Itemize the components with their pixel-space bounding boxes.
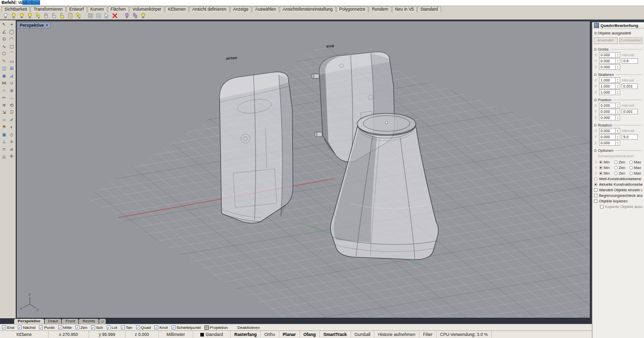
tool-polygon-icon[interactable]: ⬠ [1, 51, 8, 58]
units-pane[interactable]: Millimeter [159, 331, 193, 338]
tool-render-icon[interactable]: ▣ [1, 132, 8, 139]
menu-tab[interactable]: Ansichtsfenstereinstellung [280, 6, 336, 12]
layer-visibility-swap-icon[interactable] [131, 12, 139, 19]
menu-tab[interactable]: KEbenen [165, 6, 189, 12]
collapse-icon[interactable]: ⊟ [594, 98, 597, 102]
tool-annotate-icon[interactable]: ✎ [1, 58, 8, 65]
tool-fillet-icon[interactable]: ⌓ [8, 95, 15, 102]
pivot-max-radio[interactable]: Max [629, 160, 643, 164]
tool-rotate-icon[interactable]: ⟲ [8, 102, 15, 109]
pivot-min-radio[interactable]: Min [599, 165, 613, 170]
menu-tab[interactable]: Anzeige [230, 6, 252, 12]
status-toggle-pane[interactable]: Ortho [261, 331, 279, 338]
delete-hidden-icon[interactable] [111, 12, 118, 19]
projection-toggle[interactable]: Projektion [204, 325, 228, 330]
transform-individually-checkbox[interactable]: Wandelt Objekte einzeln um [594, 187, 642, 192]
show-swap-icon[interactable] [34, 12, 41, 19]
layer-on-icon[interactable] [139, 12, 147, 19]
spinner-buttons[interactable]: ▴▾ [615, 59, 620, 63]
menu-tab[interactable]: Neu in V5 [392, 6, 417, 12]
object-housing-left[interactable] [220, 72, 293, 223]
spinner-buttons[interactable]: ▴▾ [615, 109, 620, 114]
tool-difference-icon[interactable]: ⊗ [8, 88, 15, 95]
tool-box-icon[interactable]: ⊞ [8, 65, 15, 72]
tool-check-icon[interactable]: ✔ [8, 117, 15, 124]
size-y-input[interactable]: 0.000▴▾ [599, 58, 620, 64]
checkbox-icon[interactable] [18, 325, 22, 329]
pivot-zen-radio[interactable]: Zen [614, 165, 628, 170]
osnap-toggle[interactable]: Zen [75, 325, 88, 330]
spinner-buttons[interactable]: ▴▾ [615, 78, 620, 82]
rotation-interval-input[interactable]: 5.0 [622, 134, 638, 140]
lock-objects-icon[interactable] [42, 12, 50, 19]
show-bounding-box-checkbox[interactable]: Begrenzungsrechteck anzeigen [594, 193, 642, 198]
tool-rectangle-icon[interactable]: ▢ [8, 44, 15, 51]
osnap-toggle[interactable]: Lot [107, 325, 117, 330]
hide-objects-icon[interactable] [2, 12, 9, 19]
size-z-input[interactable]: 0.000▴▾ [599, 64, 620, 70]
checkbox-icon[interactable] [75, 325, 79, 329]
tool-scale-icon[interactable]: ⇲ [1, 109, 8, 116]
menu-tab[interactable]: Ansicht definieren [189, 6, 230, 12]
menu-tab[interactable]: Sichtbarkeit [2, 6, 30, 12]
collapse-icon[interactable]: ⊟ [594, 123, 597, 128]
tool-plane-icon[interactable]: ▭ [8, 58, 15, 65]
checkbox-icon[interactable] [39, 325, 43, 329]
tool-sphere-icon[interactable]: ◉ [1, 73, 8, 80]
tool-intersect-icon[interactable]: ∩ [1, 88, 8, 95]
scale-x-input[interactable]: 1.000▴▾ [599, 77, 620, 83]
pivot-zen-radio[interactable]: Zen [614, 160, 628, 164]
rotation-z-input[interactable]: 0.000▴▾ [599, 140, 620, 146]
collapse-icon[interactable]: ⊟ [594, 48, 597, 52]
unisolate-icon[interactable] [95, 12, 102, 19]
tool-layers-icon[interactable]: ☰ [8, 109, 15, 116]
status-toggle-pane[interactable]: Planar [279, 331, 300, 338]
spinner-buttons[interactable]: ▴▾ [615, 90, 620, 95]
menu-tab[interactable]: Transformieren [30, 6, 65, 12]
viewport-tab[interactable]: Front [62, 319, 78, 324]
tool-gem-icon[interactable]: ◇ [8, 132, 15, 139]
osnap-toggle[interactable]: Tan [121, 325, 133, 330]
tool-pointer-icon[interactable]: ↖ [1, 21, 8, 28]
osnap-disable-button[interactable]: Deaktivieren [237, 325, 260, 330]
pivot-max-radio[interactable]: Max [629, 171, 643, 176]
select-visible-icon[interactable] [103, 12, 110, 19]
cplane-pane[interactable]: KEbene [0, 331, 49, 338]
reset-button[interactable]: Zurücksetzen [619, 37, 643, 44]
spinner-buttons[interactable]: ▴▾ [615, 65, 620, 69]
show-selected-icon[interactable] [18, 12, 25, 19]
size-interval-input[interactable]: 0.5 [622, 58, 638, 64]
tool-perp-icon[interactable]: ⊥ [1, 139, 8, 146]
status-toggle-pane[interactable]: CPU-Verwendung: 3.0 % [437, 331, 492, 338]
spinner-buttons[interactable]: ▴▾ [615, 141, 620, 145]
apply-button[interactable]: Anwenden [594, 37, 618, 44]
menu-tab[interactable]: Standard [417, 6, 441, 12]
osnap-toggle[interactable]: Nächst [18, 325, 35, 330]
scale-y-input[interactable]: 1.000▴▾ [599, 83, 620, 89]
tool-point-icon[interactable]: ⌖ [8, 21, 15, 28]
viewport-tab[interactable]: Rechts [79, 319, 99, 324]
osnap-toggle[interactable]: Scheitelpunkt [171, 325, 201, 330]
pivot-min-radio[interactable]: Min [599, 171, 613, 176]
spinner-buttons[interactable]: ▴▾ [615, 53, 620, 57]
position-x-input[interactable]: 0.000▴▾ [599, 103, 620, 108]
checkbox-icon[interactable] [2, 325, 6, 329]
status-toggle-pane[interactable]: Rasterfang [231, 331, 261, 338]
tool-shade-icon[interactable]: ◐ [8, 124, 15, 131]
checkbox-icon[interactable] [91, 325, 95, 329]
new-viewport-tab[interactable]: ◇ [99, 319, 106, 324]
swap-visibility-icon[interactable] [74, 12, 82, 19]
unlock-selected-icon[interactable] [58, 12, 66, 19]
viewport-tab[interactable]: Drauf [45, 319, 62, 324]
menu-tab[interactable]: Rendern [369, 6, 392, 12]
status-toggle-pane[interactable]: SmartTrack [320, 331, 351, 338]
menu-tab[interactable]: Auswählen [252, 6, 279, 12]
scale-interval-input[interactable]: 0.001 [622, 83, 638, 89]
current-cplane-radio[interactable]: Aktuelle Konstruktionsebene verwenden [594, 182, 642, 187]
paste-visibility-icon[interactable] [66, 12, 74, 19]
osnap-toggle[interactable]: Punkt [39, 325, 54, 330]
checkbox-icon[interactable] [171, 325, 176, 329]
hide-swap-icon[interactable] [26, 12, 33, 19]
tool-offset-icon[interactable]: ≋ [1, 102, 8, 109]
viewport-title[interactable]: Perspektive ▼ [18, 22, 51, 28]
